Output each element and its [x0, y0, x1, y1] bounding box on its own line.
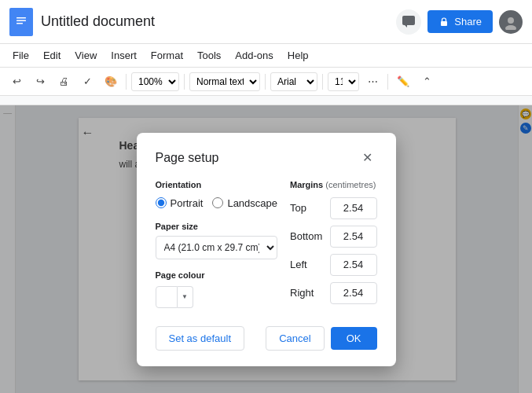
landscape-label: Landscape: [227, 197, 277, 209]
top-margin-row: Top: [290, 197, 376, 219]
dialog-footer: Set as default Cancel OK: [156, 326, 377, 351]
svg-rect-4: [402, 16, 415, 25]
cancel-button[interactable]: Cancel: [266, 326, 324, 351]
spellcheck-button[interactable]: ✓: [77, 72, 97, 92]
dialog-header: Page setup ✕: [156, 149, 377, 167]
page-colour-label: Page colour: [156, 270, 278, 280]
landscape-option[interactable]: Landscape: [212, 197, 277, 209]
dialog-body: Orientation Portrait Landscape Paper siz…: [156, 180, 377, 310]
portrait-radio[interactable]: [156, 197, 167, 208]
colour-swatch[interactable]: [156, 286, 178, 308]
user-avatar[interactable]: [499, 10, 523, 34]
menu-insert[interactable]: Insert: [105, 46, 143, 64]
dialog-title: Page setup: [156, 151, 219, 165]
print-button[interactable]: 🖨: [53, 72, 74, 92]
share-button[interactable]: Share: [427, 10, 493, 33]
chat-icon: [402, 15, 416, 29]
svg-rect-1: [17, 17, 26, 19]
menu-bar: File Edit View Insert Format Tools Add-o…: [0, 44, 532, 68]
orientation-radio-group: Portrait Landscape: [156, 197, 278, 209]
bottom-margin-row: Bottom: [290, 226, 376, 248]
doc-title: Untitled document: [41, 13, 155, 30]
lock-icon: [438, 17, 449, 28]
paint-format-button[interactable]: 🎨: [101, 72, 121, 92]
colour-dropdown-button[interactable]: ▼: [178, 286, 193, 308]
modal-overlay: Page setup ✕ Orientation Portrait Landsc…: [0, 105, 532, 393]
top-margin-input[interactable]: [330, 197, 377, 219]
margins-header: Margins (centimetres): [290, 180, 376, 189]
ok-button[interactable]: OK: [331, 327, 377, 350]
menu-view[interactable]: View: [68, 46, 103, 64]
doc-icon: [9, 8, 33, 36]
toolbar-sep-1: [126, 74, 127, 90]
orientation-label: Orientation: [156, 180, 278, 189]
paper-size-select[interactable]: A4 (21.0 cm x 29.7 cm): [156, 236, 278, 259]
dialog-left-section: Orientation Portrait Landscape Paper siz…: [156, 180, 278, 310]
svg-rect-3: [17, 23, 23, 24]
ruler: [0, 96, 532, 105]
left-margin-label: Left: [290, 259, 328, 270]
svg-rect-2: [17, 20, 26, 21]
right-margin-label: Right: [290, 287, 328, 299]
pen-button[interactable]: ✏️: [393, 72, 413, 92]
menu-edit[interactable]: Edit: [37, 46, 67, 64]
menu-addons[interactable]: Add-ons: [229, 46, 279, 64]
more-options-button[interactable]: ⋯: [362, 72, 383, 92]
svg-point-7: [508, 17, 514, 24]
content-area: │ ← Headings that you add to the do... w…: [0, 105, 532, 393]
colour-swatch-wrap: ▼: [156, 286, 278, 308]
right-margin-row: Right: [290, 282, 376, 304]
bottom-margin-label: Bottom: [290, 230, 328, 242]
right-margin-input[interactable]: [330, 282, 377, 304]
top-margin-label: Top: [290, 202, 328, 214]
left-margin-input[interactable]: [330, 254, 377, 276]
close-dialog-button[interactable]: ✕: [358, 149, 377, 167]
page-setup-dialog: Page setup ✕ Orientation Portrait Landsc…: [137, 133, 396, 366]
menu-help[interactable]: Help: [281, 46, 315, 64]
top-bar: Untitled document Share: [0, 0, 532, 44]
font-size-select[interactable]: 11: [328, 72, 359, 91]
style-select[interactable]: Normal text: [189, 72, 260, 91]
share-label: Share: [454, 16, 482, 28]
svg-rect-0: [14, 13, 28, 31]
paper-size-label: Paper size: [156, 222, 278, 231]
svg-point-8: [505, 25, 516, 30]
top-right-actions: Share: [396, 9, 523, 35]
font-select[interactable]: Arial: [270, 72, 317, 91]
svg-rect-6: [441, 21, 447, 26]
redo-button[interactable]: ↪: [30, 72, 50, 92]
margins-unit: (centimetres): [325, 180, 376, 189]
left-margin-row: Left: [290, 254, 376, 276]
portrait-label: Portrait: [171, 197, 204, 209]
dialog-right-section: Margins (centimetres) Top Bottom Left: [290, 180, 376, 310]
toolbar-sep-4: [322, 74, 323, 90]
zoom-select[interactable]: 100%: [131, 72, 179, 91]
menu-file[interactable]: File: [6, 46, 35, 64]
undo-button[interactable]: ↩: [6, 72, 27, 92]
menu-tools[interactable]: Tools: [191, 46, 227, 64]
menu-format[interactable]: Format: [145, 46, 189, 64]
chat-button[interactable]: [396, 9, 421, 35]
toolbar-sep-3: [265, 74, 266, 90]
bottom-margin-input[interactable]: [330, 226, 377, 248]
portrait-option[interactable]: Portrait: [156, 197, 204, 209]
toolbar-sep-5: [387, 74, 388, 90]
toolbar: ↩ ↪ 🖨 ✓ 🎨 100% Normal text Arial 11 ⋯ ✏️…: [0, 68, 532, 96]
expand-button[interactable]: ⌃: [416, 72, 437, 92]
avatar-icon: [503, 14, 519, 30]
landscape-radio[interactable]: [212, 197, 223, 208]
set-as-default-button[interactable]: Set as default: [156, 326, 245, 351]
svg-marker-5: [405, 25, 407, 28]
toolbar-sep-2: [184, 74, 185, 90]
margins-label: Margins: [290, 180, 323, 189]
